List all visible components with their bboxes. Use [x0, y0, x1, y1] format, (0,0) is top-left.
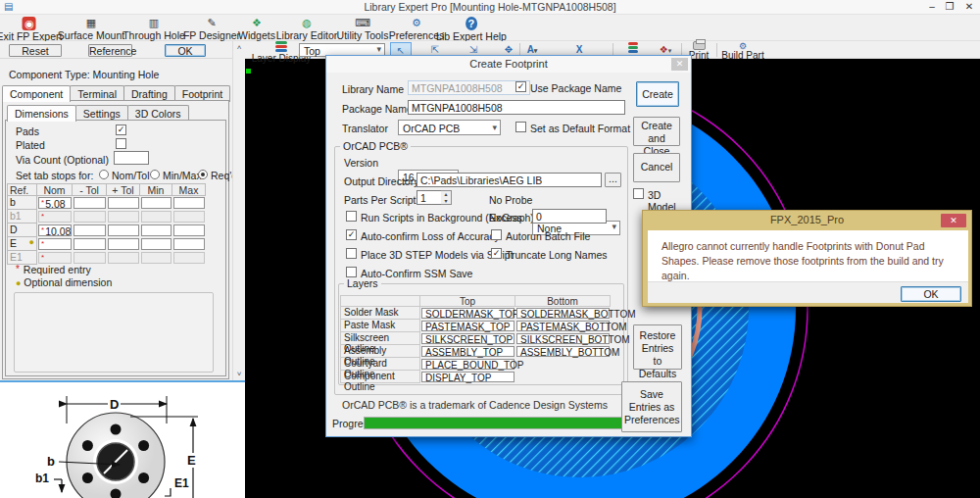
- scroll-up-icon[interactable]: ˄: [233, 43, 245, 52]
- layer-name: Silkscreen Outline: [340, 332, 420, 345]
- radio-nom-tol[interactable]: [99, 170, 109, 179]
- layer-top-value[interactable]: SILKSCREEN_TOP: [421, 333, 514, 344]
- exit-icon: ◉: [23, 17, 36, 30]
- trademark-text: OrCAD PCB® is a trademark of Cadence Des…: [342, 399, 608, 411]
- toolbar-label: Through Hole: [122, 29, 185, 41]
- reset-button[interactable]: Reset: [9, 44, 62, 57]
- chevron-down-icon: ▾: [612, 222, 616, 231]
- ok-button[interactable]: OK: [165, 44, 206, 57]
- error-ok-button[interactable]: OK: [901, 286, 961, 302]
- max-cell: [173, 211, 205, 223]
- radio-min-max[interactable]: [150, 170, 160, 179]
- output-directory-input[interactable]: [416, 173, 602, 187]
- via-count-input[interactable]: [114, 151, 149, 165]
- create-button[interactable]: Create: [636, 81, 679, 107]
- tol-cell[interactable]: [74, 224, 106, 236]
- layer-view-value: Top: [304, 45, 320, 57]
- toolbar-fp-designer[interactable]: ✎ FP Designer: [183, 16, 240, 41]
- min-cell[interactable]: [141, 197, 172, 209]
- browse-button[interactable]: ...: [605, 173, 621, 187]
- layer-bottom-value[interactable]: PASTEMASK_BOTTOM: [516, 321, 610, 331]
- error-close-icon[interactable]: ✕: [941, 214, 966, 227]
- dimension-a-icon: A: [527, 44, 534, 55]
- toolbar-lib-expert-help[interactable]: ? Lib Expert Help: [436, 16, 507, 42]
- layer-top-value[interactable]: SOLDERMASK_TOP: [421, 308, 514, 319]
- orcad-group-title: OrCAD PCB®: [340, 140, 411, 152]
- place-3d-step-checkbox[interactable]: [346, 248, 357, 259]
- use-package-name-checkbox[interactable]: ✓: [515, 81, 526, 92]
- package-name-input[interactable]: [408, 100, 625, 115]
- cancel-button[interactable]: Cancel: [633, 153, 680, 182]
- required-marker: *: [41, 212, 44, 221]
- layer-top-value[interactable]: DISPLAY_TOP: [421, 372, 514, 382]
- pads-checkbox[interactable]: ✓: [116, 124, 126, 135]
- fp-designer-icon: ✎: [183, 16, 240, 29]
- translator-combobox[interactable]: OrCAD PCB ▾: [398, 120, 501, 135]
- toolbar-exit-fp-expert[interactable]: ◉ Exit FP Expert: [0, 16, 62, 42]
- parts-per-script-input[interactable]: [416, 190, 442, 205]
- layer-bottom-value[interactable]: SILKSCREEN_BOTTOM: [516, 333, 610, 344]
- table-row: Silkscreen Outline SILKSCREEN_TOP SILKSC…: [340, 332, 611, 345]
- required-marker: *: [41, 198, 44, 207]
- tol-cell[interactable]: [108, 238, 139, 250]
- layer-top-value[interactable]: PASTEMASK_TOP: [421, 321, 514, 331]
- restore-defaults-button[interactable]: Restore Entries to Defaults: [633, 324, 682, 370]
- library-name-input: [408, 80, 530, 95]
- max-cell[interactable]: [173, 238, 205, 250]
- surface-mount-icon: ▦: [58, 16, 124, 29]
- run-scripts-checkbox[interactable]: [346, 211, 357, 222]
- auto-confirm-ssm-checkbox[interactable]: [346, 267, 357, 277]
- toolbar-surface-mount[interactable]: ▦ Surface Mount: [58, 16, 124, 41]
- tol-cell[interactable]: [108, 224, 139, 236]
- layer-top-value[interactable]: ASSEMBLY_TOP: [421, 346, 514, 357]
- truncate-long-names-checkbox[interactable]: ✓: [491, 248, 502, 259]
- plated-checkbox[interactable]: [116, 138, 126, 149]
- layer-top-value[interactable]: PLACE_BOUND_TOP: [421, 359, 514, 370]
- tab-dimensions[interactable]: Dimensions: [7, 105, 76, 122]
- auto-confirm-accuracy-checkbox[interactable]: ✓: [346, 229, 357, 240]
- excess-input[interactable]: [532, 209, 607, 224]
- minimize-button[interactable]: –: [923, 0, 941, 14]
- min-cell[interactable]: [141, 224, 172, 236]
- toolbar-label: Utility Tools: [337, 29, 389, 41]
- tol-cell[interactable]: [74, 197, 106, 209]
- autorun-batch-checkbox[interactable]: [491, 229, 502, 240]
- tol-cell[interactable]: [74, 238, 106, 250]
- set-default-format-checkbox[interactable]: [515, 122, 526, 132]
- radio-reqd[interactable]: [198, 170, 208, 179]
- scroll-down-icon[interactable]: ˅: [233, 370, 245, 378]
- chevron-down-icon: ▾: [668, 47, 672, 54]
- parts-per-script-label: Parts Per Script: [344, 194, 416, 206]
- tab-component[interactable]: Component: [2, 85, 71, 102]
- nom-cell[interactable]: *: [38, 238, 72, 250]
- reference-button[interactable]: Reference: [88, 44, 132, 57]
- toolbar-through-hole[interactable]: ▥ Through Hole: [122, 16, 185, 41]
- max-cell[interactable]: [173, 224, 205, 236]
- toolbar-utility-tools[interactable]: ⌨ Utility Tools: [337, 16, 389, 41]
- toolbar-library-editor[interactable]: ◍ Library Editor: [276, 16, 337, 41]
- left-scrollbar[interactable]: ˄ ˅: [232, 41, 245, 380]
- nom-cell[interactable]: *5.08: [38, 197, 72, 209]
- maximize-button[interactable]: ❐: [941, 0, 958, 14]
- check-icon: ✓: [493, 248, 501, 258]
- close-button[interactable]: ✕: [960, 0, 978, 14]
- build-part-button[interactable]: ⚙ Build Part: [718, 41, 767, 60]
- save-entries-button[interactable]: Save Entries as Preferences: [621, 381, 682, 432]
- layer-bottom-value[interactable]: SOLDERMASK_BOTTOM: [516, 308, 610, 319]
- parts-per-script-stepper[interactable]: ▴▾: [441, 190, 452, 205]
- layer-display-icon: [275, 41, 287, 53]
- nom-cell[interactable]: *10.08: [38, 224, 72, 236]
- max-cell[interactable]: [173, 197, 205, 209]
- tol-cell[interactable]: [108, 197, 139, 209]
- no-probe-label: No Probe: [489, 194, 532, 206]
- toolbar-widgets[interactable]: ❖ Widgets: [238, 16, 275, 41]
- legend-required: * Required entry: [16, 264, 91, 275]
- 3d-model-checkbox[interactable]: [633, 188, 644, 199]
- component-tab-page: Dimensions Settings 3D Colors Pads ✓ Pla…: [2, 100, 229, 379]
- layer-bottom-value[interactable]: ASSEMBLY_BOTTOM: [516, 346, 610, 357]
- dialog-close-icon[interactable]: ✕: [671, 58, 688, 71]
- min-cell[interactable]: [141, 238, 172, 250]
- origin-marker: [246, 69, 251, 74]
- layers-col-bottom: Bottom: [515, 295, 611, 307]
- create-and-close-button[interactable]: Create and Close: [633, 117, 680, 146]
